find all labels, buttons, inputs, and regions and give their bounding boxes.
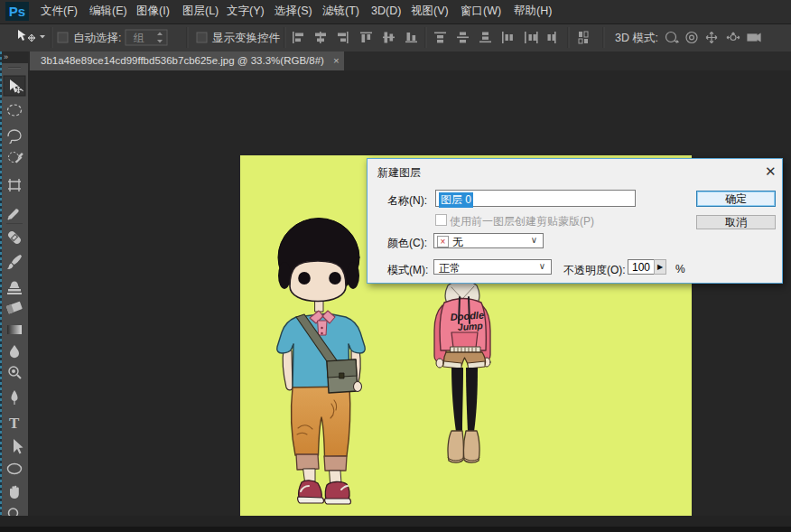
svg-text:T: T — [9, 415, 20, 432]
svg-text:组: 组 — [133, 32, 144, 44]
svg-text:自动选择:: 自动选择: — [73, 32, 121, 44]
svg-text:显示变换控件: 显示变换控件 — [212, 32, 281, 44]
svg-text:3D 模式:: 3D 模式: — [615, 32, 658, 44]
svg-text:Jump: Jump — [457, 320, 483, 332]
